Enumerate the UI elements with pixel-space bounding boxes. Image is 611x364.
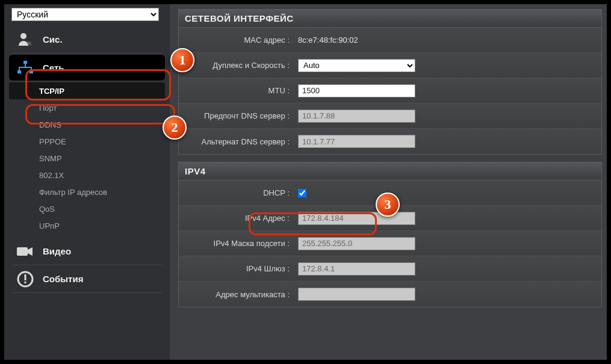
duplex-select[interactable]: Auto [298,59,415,72]
sidebar-item-label: Сис. [43,34,63,45]
panel-title: IPV4 [179,162,601,180]
app-frame: Русский Сис. Сеть TCP/IP Порт DDNS PPPOE… [3,3,608,361]
submenu-item-ddns[interactable]: DDNS [11,116,163,133]
submenu-label: TCP/IP [39,87,64,96]
submenu-item-snmp[interactable]: SNMP [11,150,163,167]
dns1-label: Предпочт DNS сервер : [179,111,293,120]
row-dns2: Альтернат DNS сервер : [179,129,601,154]
sidebar-item-network[interactable]: Сеть [9,55,165,81]
submenu-item-ipfilter[interactable]: Фильтр IP адресов [11,184,163,200]
dns1-input[interactable] [298,110,415,123]
row-duplex: Дуплекс и Скорость : Auto [179,53,601,78]
multicast-label: Адрес мультикаста : [179,290,293,299]
panel-ipv4: IPV4 DHCP : IPv4 Адрес : IPv4 Маска подс… [178,162,602,307]
submenu-item-port[interactable]: Порт [11,99,163,116]
submenu-label: Фильтр IP адресов [39,188,107,197]
submenu-label: SNMP [39,154,62,163]
dhcp-checkbox[interactable] [298,189,306,197]
user-wrench-icon [16,31,34,49]
language-select[interactable]: Русский [11,8,159,21]
submenu-item-pppoe[interactable]: PPPOE [11,133,163,150]
svg-rect-6 [25,274,26,280]
svg-rect-4 [17,247,28,256]
submenu-item-8021x[interactable]: 802.1X [11,167,163,184]
submenu-label: PPPOE [39,137,66,146]
mtu-label: MTU : [179,86,293,95]
submenu-item-upnp[interactable]: UPnP [11,217,163,234]
ipv4-address-input[interactable] [298,212,415,225]
ipv4-mask-label: IPv4 Маска подсети : [179,239,293,248]
network-submenu: TCP/IP Порт DDNS PPPOE SNMP 802.1X Фильт… [11,82,163,238]
badge-1: 1 [170,48,194,72]
dns2-input[interactable] [298,135,415,148]
ipv4-address-label: IPv4 Адрес : [179,214,293,223]
submenu-label: Порт [39,103,57,113]
network-icon [16,59,34,77]
multicast-input[interactable] [298,288,415,301]
row-mac: MAC адрес : 8c:e7:48:fc:90:02 [179,28,601,53]
mac-label: MAC адрес : [179,35,293,45]
ipv4-gateway-input[interactable] [298,262,415,276]
submenu-label: QoS [39,205,55,214]
row-multicast: Адрес мультикаста : [179,282,601,307]
submenu-label: 802.1X [39,171,64,180]
svg-rect-2 [17,70,21,73]
panel-network-interface: СЕТЕВОЙ ИНТЕРФЕЙС MAC адрес : 8c:e7:48:f… [178,9,602,155]
sidebar-item-label: Сеть [43,63,64,73]
badge-3: 3 [376,193,400,217]
submenu-label: DDNS [39,120,61,129]
dhcp-label: DHCP : [179,188,293,197]
main-content: СЕТЕВОЙ ИНТЕРФЕЙС MAC адрес : 8c:e7:48:f… [170,4,607,360]
alert-icon [16,270,34,288]
sidebar-item-label: События [43,274,83,284]
ipv4-mask-input[interactable] [298,237,415,250]
submenu-label: UPnP [39,221,60,230]
svg-rect-7 [25,282,26,283]
submenu-item-tcpip[interactable]: TCP/IP [9,82,165,99]
svg-rect-3 [29,70,33,73]
sidebar-item-video[interactable]: Видео [11,238,163,265]
mtu-input[interactable] [298,84,415,97]
row-ipv4-mask: IPv4 Маска подсети : [179,231,601,256]
svg-point-0 [20,33,26,39]
row-mtu: MTU : [179,78,601,103]
mac-value: 8c:e7:48:fc:90:02 [298,35,358,45]
sidebar-item-label: Видео [43,246,71,256]
duplex-label: Дуплекс и Скорость : [179,61,293,70]
sidebar-item-events[interactable]: События [11,265,163,293]
svg-rect-1 [23,61,27,64]
row-dns1: Предпочт DNS сервер : [179,103,601,129]
submenu-item-qos[interactable]: QoS [11,200,163,217]
sidebar-item-system[interactable]: Сис. [11,26,163,54]
badge-2: 2 [163,116,187,140]
sidebar: Русский Сис. Сеть TCP/IP Порт DDNS PPPOE… [4,4,170,360]
dns2-label: Альтернат DNS сервер : [179,137,293,146]
ipv4-gateway-label: IPv4 Шлюз : [179,264,293,273]
row-ipv4-gateway: IPv4 Шлюз : [179,256,601,282]
panel-title: СЕТЕВОЙ ИНТЕРФЕЙС [179,10,601,28]
camera-icon [16,242,34,261]
